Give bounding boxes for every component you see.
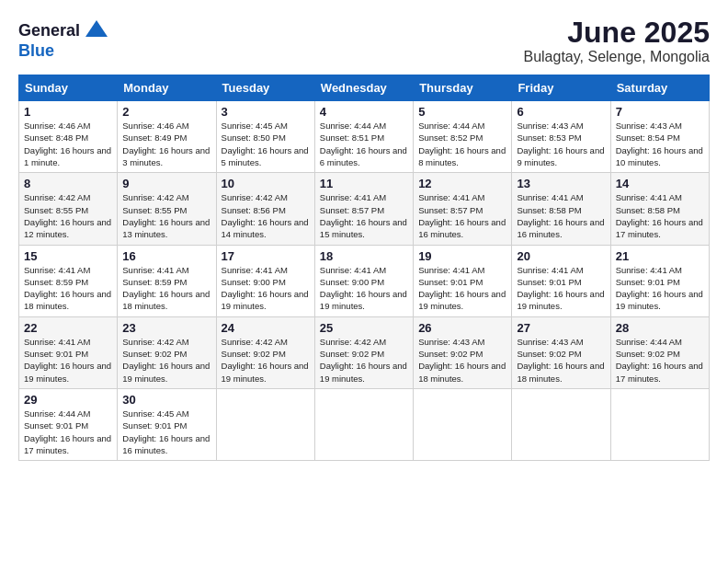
daylight-label: Daylight: 16 hours and 19 minutes. — [616, 289, 703, 311]
calendar-day-cell — [314, 388, 413, 460]
day-info: Sunrise: 4:41 AM Sunset: 8:57 PM Dayligh… — [418, 191, 506, 240]
sunset-label: Sunset: 8:49 PM — [122, 132, 187, 143]
sunrise-label: Sunrise: 4:43 AM — [517, 121, 583, 131]
day-number: 18 — [320, 249, 408, 263]
calendar-day-cell: 1 Sunrise: 4:46 AM Sunset: 8:48 PM Dayli… — [19, 101, 118, 173]
day-number: 30 — [122, 393, 210, 407]
calendar-day-cell: 7 Sunrise: 4:43 AM Sunset: 8:54 PM Dayli… — [610, 101, 709, 173]
calendar-week-row: 22 Sunrise: 4:41 AM Sunset: 9:01 PM Dayl… — [19, 316, 710, 388]
sunset-label: Sunset: 9:02 PM — [517, 349, 581, 359]
calendar-day-cell: 16 Sunrise: 4:41 AM Sunset: 8:59 PM Dayl… — [118, 245, 216, 316]
day-number: 21 — [616, 249, 704, 263]
day-number: 9 — [122, 177, 210, 190]
sunrise-label: Sunrise: 4:41 AM — [418, 192, 484, 202]
day-number: 1 — [24, 105, 112, 119]
sunset-label: Sunset: 8:58 PM — [517, 205, 581, 215]
day-number: 28 — [616, 321, 704, 335]
day-number: 6 — [517, 105, 605, 119]
day-info: Sunrise: 4:42 AM Sunset: 9:02 PM Dayligh… — [320, 336, 408, 385]
sunrise-label: Sunrise: 4:41 AM — [222, 265, 288, 275]
calendar-day-cell: 15 Sunrise: 4:41 AM Sunset: 8:59 PM Dayl… — [19, 245, 118, 316]
sunrise-label: Sunrise: 4:44 AM — [616, 337, 682, 347]
day-number: 22 — [24, 321, 112, 335]
calendar-day-cell: 4 Sunrise: 4:44 AM Sunset: 8:51 PM Dayli… — [314, 101, 413, 173]
day-info: Sunrise: 4:45 AM Sunset: 8:50 PM Dayligh… — [222, 120, 310, 168]
sunrise-label: Sunrise: 4:42 AM — [122, 192, 188, 202]
calendar-day-cell: 11 Sunrise: 4:41 AM Sunset: 8:57 PM Dayl… — [314, 173, 413, 245]
sunset-label: Sunset: 9:01 PM — [122, 420, 187, 431]
sunrise-label: Sunrise: 4:41 AM — [24, 265, 90, 275]
day-info: Sunrise: 4:42 AM Sunset: 9:02 PM Dayligh… — [122, 336, 210, 385]
day-info: Sunrise: 4:43 AM Sunset: 9:02 PM Dayligh… — [418, 336, 506, 385]
sunrise-label: Sunrise: 4:46 AM — [122, 121, 188, 131]
day-info: Sunrise: 4:43 AM Sunset: 9:02 PM Dayligh… — [517, 336, 605, 385]
day-info: Sunrise: 4:46 AM Sunset: 8:48 PM Dayligh… — [24, 120, 112, 168]
daylight-label: Daylight: 16 hours and 1 minute. — [24, 145, 111, 167]
daylight-label: Daylight: 16 hours and 16 minutes. — [517, 217, 604, 239]
sunset-label: Sunset: 9:02 PM — [222, 349, 286, 359]
calendar-day-cell: 21 Sunrise: 4:41 AM Sunset: 9:01 PM Dayl… — [610, 245, 709, 316]
daylight-label: Daylight: 16 hours and 19 minutes. — [418, 289, 506, 311]
col-monday: Monday — [118, 75, 216, 101]
day-number: 11 — [320, 177, 408, 190]
sunrise-label: Sunrise: 4:46 AM — [24, 121, 90, 131]
day-info: Sunrise: 4:41 AM Sunset: 8:59 PM Dayligh… — [24, 264, 112, 313]
sunrise-label: Sunrise: 4:44 AM — [24, 408, 90, 419]
calendar-day-cell: 2 Sunrise: 4:46 AM Sunset: 8:49 PM Dayli… — [118, 101, 216, 173]
sunrise-label: Sunrise: 4:43 AM — [616, 121, 682, 131]
sunrise-label: Sunrise: 4:42 AM — [320, 337, 386, 347]
col-tuesday: Tuesday — [216, 75, 314, 101]
day-info: Sunrise: 4:41 AM Sunset: 8:57 PM Dayligh… — [320, 191, 408, 240]
calendar-week-row: 29 Sunrise: 4:44 AM Sunset: 9:01 PM Dayl… — [19, 388, 710, 460]
page: General Blue June 2025 Bulagtay, Selenge… — [0, 0, 728, 563]
daylight-label: Daylight: 16 hours and 19 minutes. — [222, 361, 309, 383]
daylight-label: Daylight: 16 hours and 19 minutes. — [24, 361, 111, 383]
day-info: Sunrise: 4:41 AM Sunset: 8:59 PM Dayligh… — [122, 264, 210, 313]
calendar-body: 1 Sunrise: 4:46 AM Sunset: 8:48 PM Dayli… — [19, 101, 710, 461]
calendar-day-cell: 26 Sunrise: 4:43 AM Sunset: 9:02 PM Dayl… — [414, 316, 512, 388]
sunrise-label: Sunrise: 4:42 AM — [122, 337, 188, 347]
day-number: 26 — [418, 321, 506, 335]
calendar-day-cell: 25 Sunrise: 4:42 AM Sunset: 9:02 PM Dayl… — [314, 316, 413, 388]
day-info: Sunrise: 4:42 AM Sunset: 8:55 PM Dayligh… — [122, 191, 210, 240]
col-friday: Friday — [512, 75, 610, 101]
day-number: 8 — [24, 177, 112, 190]
day-number: 7 — [616, 105, 704, 119]
sunset-label: Sunset: 9:01 PM — [24, 349, 88, 359]
daylight-label: Daylight: 16 hours and 8 minutes. — [418, 145, 506, 167]
sunset-label: Sunset: 9:01 PM — [24, 420, 88, 431]
sunrise-label: Sunrise: 4:41 AM — [616, 192, 682, 202]
sunrise-label: Sunrise: 4:45 AM — [222, 121, 288, 131]
daylight-label: Daylight: 16 hours and 15 minutes. — [320, 217, 407, 239]
sunset-label: Sunset: 9:02 PM — [122, 349, 187, 359]
sunset-label: Sunset: 8:55 PM — [24, 205, 88, 215]
day-number: 15 — [24, 249, 112, 263]
day-info: Sunrise: 4:44 AM Sunset: 8:52 PM Dayligh… — [418, 120, 506, 168]
sunrise-label: Sunrise: 4:41 AM — [418, 265, 484, 275]
logo-icon — [82, 17, 111, 46]
day-number: 14 — [616, 177, 704, 190]
calendar-day-cell: 6 Sunrise: 4:43 AM Sunset: 8:53 PM Dayli… — [512, 101, 610, 173]
calendar-day-cell: 3 Sunrise: 4:45 AM Sunset: 8:50 PM Dayli… — [216, 101, 314, 173]
day-number: 17 — [222, 249, 310, 263]
sunrise-label: Sunrise: 4:44 AM — [418, 121, 484, 131]
daylight-label: Daylight: 16 hours and 3 minutes. — [122, 145, 210, 167]
day-info: Sunrise: 4:45 AM Sunset: 9:01 PM Dayligh… — [122, 408, 210, 456]
day-number: 5 — [418, 105, 506, 119]
day-info: Sunrise: 4:44 AM Sunset: 8:51 PM Dayligh… — [320, 120, 408, 168]
sunset-label: Sunset: 8:48 PM — [24, 132, 88, 143]
calendar-day-cell: 12 Sunrise: 4:41 AM Sunset: 8:57 PM Dayl… — [414, 173, 512, 245]
logo-general-text: General — [18, 22, 80, 40]
sunset-label: Sunset: 9:02 PM — [418, 349, 483, 359]
day-number: 3 — [222, 105, 310, 119]
sunset-label: Sunset: 9:00 PM — [320, 277, 384, 287]
daylight-label: Daylight: 16 hours and 16 minutes. — [418, 217, 506, 239]
calendar-day-cell — [216, 388, 314, 460]
daylight-label: Daylight: 16 hours and 16 minutes. — [122, 433, 210, 455]
day-info: Sunrise: 4:41 AM Sunset: 9:01 PM Dayligh… — [418, 264, 506, 313]
sunset-label: Sunset: 8:57 PM — [418, 205, 483, 215]
day-info: Sunrise: 4:42 AM Sunset: 8:55 PM Dayligh… — [24, 191, 112, 240]
daylight-label: Daylight: 16 hours and 10 minutes. — [616, 145, 703, 167]
daylight-label: Daylight: 16 hours and 14 minutes. — [222, 217, 309, 239]
day-number: 10 — [222, 177, 310, 190]
